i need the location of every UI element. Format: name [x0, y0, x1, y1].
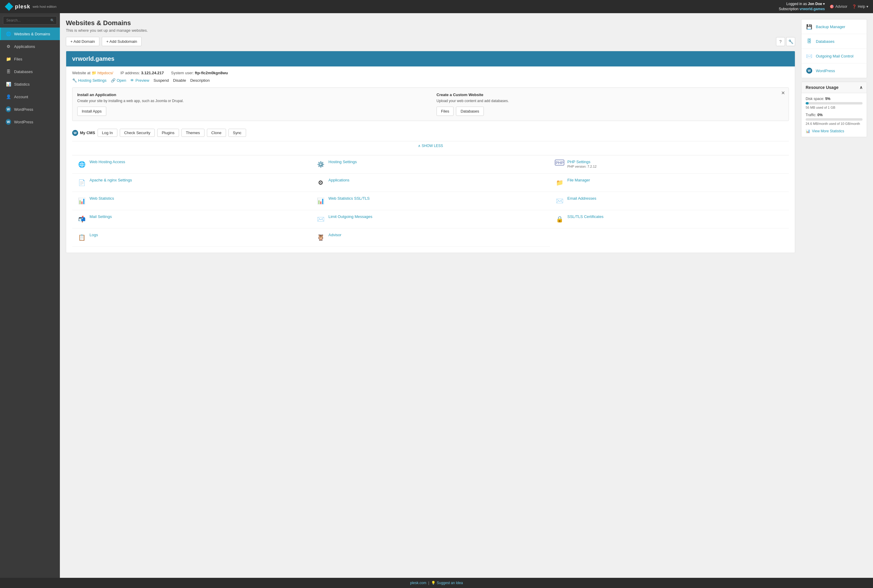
- setup-col-install: Install an Application Create your site …: [77, 93, 424, 116]
- tool-advisor[interactable]: 🦉 Advisor: [311, 228, 550, 247]
- logs-icon: 📋: [77, 232, 87, 242]
- tool-web-statistics-ssl[interactable]: 📊 Web Statistics SSL/TLS: [311, 192, 550, 210]
- tool-apache-nginx[interactable]: 📄 Apache & nginx Settings: [72, 174, 311, 192]
- tool-web-hosting-access[interactable]: 🌐 Web Hosting Access: [72, 155, 311, 174]
- wordpress-right-link[interactable]: W WordPress: [801, 63, 867, 78]
- suggest-idea-link[interactable]: Suggest an Idea: [437, 581, 463, 585]
- tool-web-statistics[interactable]: 📊 Web Statistics: [72, 192, 311, 210]
- preview-link[interactable]: 👁 Preview: [130, 78, 149, 82]
- sidebar-item-wordpress1[interactable]: W WordPress: [0, 103, 60, 116]
- hosting-settings-label: Hosting Settings: [78, 78, 106, 82]
- suspend-link[interactable]: Suspend: [154, 78, 169, 82]
- httpdocs-link[interactable]: httpdocs/: [97, 70, 113, 75]
- domain-name[interactable]: vrworld.games: [72, 56, 114, 62]
- hosting-settings-icon: 🔧: [72, 78, 77, 82]
- cms-login-button[interactable]: Log In: [98, 129, 117, 137]
- sidebar-item-applications[interactable]: ⚙ Applications: [0, 40, 60, 53]
- sidebar-search-wrap: [0, 13, 60, 27]
- databases-button[interactable]: Databases: [456, 106, 483, 116]
- collapse-icon[interactable]: ∧: [860, 85, 862, 90]
- tool-php-settings[interactable]: PHP PHP Settings PHP version: 7.2.12: [550, 155, 789, 174]
- cms-themes-button[interactable]: Themes: [182, 129, 204, 137]
- topnav-user: Logged in as Jon Doe ▾ Subscription vrwo…: [779, 2, 825, 12]
- traffic-progress: [806, 118, 862, 121]
- sidebar-item-statistics[interactable]: 📊 Statistics: [0, 78, 60, 90]
- tool-info: Web Statistics: [90, 196, 306, 201]
- open-link[interactable]: 🔗 Open: [111, 78, 126, 82]
- content-main: Websites & Domains This is where you set…: [66, 19, 795, 253]
- tool-email-addresses[interactable]: ✉️ Email Addresses: [550, 192, 789, 210]
- disk-label: Disk space: 5%: [806, 97, 862, 101]
- install-apps-button[interactable]: Install Apps: [77, 106, 106, 116]
- help-link[interactable]: ❓ Help ▾: [852, 4, 868, 9]
- backup-manager-link[interactable]: 💾 Backup Manager: [801, 20, 867, 34]
- mail-settings-icon: 📬: [77, 214, 87, 224]
- view-more-stats-link[interactable]: 📊 View More Statistics: [806, 129, 862, 133]
- system-user: System user: ftp-flc2m0kgn8wu: [171, 70, 228, 75]
- sidebar-item-label: Account: [14, 94, 28, 99]
- tool-info: Apache & nginx Settings: [90, 178, 306, 182]
- cms-clone-button[interactable]: Clone: [207, 129, 226, 137]
- ssl-icon: 🔒: [555, 214, 564, 224]
- help-icon-btn[interactable]: ?: [776, 37, 785, 46]
- username[interactable]: Jon Doe: [808, 2, 822, 6]
- subscription-domain[interactable]: vrworld.games: [800, 7, 825, 11]
- show-less-bar[interactable]: ∧ SHOW LESS: [72, 141, 789, 150]
- cms-name: My CMS: [80, 130, 95, 135]
- hosting-settings-link[interactable]: 🔧 Hosting Settings: [72, 78, 106, 82]
- websites-icon: 🌐: [6, 31, 11, 36]
- disable-link[interactable]: Disable: [173, 78, 186, 82]
- plesk-edition: web host edition: [33, 5, 57, 8]
- website-label: Website at 📁 httpdocs/: [72, 70, 113, 75]
- backup-label: Backup Manager: [816, 24, 845, 29]
- domain-body: Website at 📁 httpdocs/ IP address: 3.121…: [66, 66, 795, 253]
- limit-outgoing-icon: ✉️: [316, 214, 326, 224]
- help-caret: ▾: [866, 4, 868, 9]
- footer: plesk.com | 💡 Suggest an Idea: [0, 578, 873, 588]
- tool-limit-outgoing[interactable]: ✉️ Limit Outgoing Messages: [311, 210, 550, 228]
- search-input[interactable]: [3, 16, 57, 24]
- account-icon: 👤: [6, 94, 11, 99]
- files-button[interactable]: Files: [436, 106, 454, 116]
- tool-file-manager[interactable]: 📁 File Manager: [550, 174, 789, 192]
- description-link[interactable]: Description: [190, 78, 210, 82]
- backup-icon: 💾: [806, 23, 813, 30]
- plesk-brand-text: plesk: [15, 4, 30, 10]
- sidebar-item-wordpress2[interactable]: W WordPress: [0, 116, 60, 128]
- plesk-domain-link[interactable]: plesk.com: [410, 581, 426, 585]
- tool-applications[interactable]: ⚙ Applications: [311, 174, 550, 192]
- tool-info: Web Hosting Access: [90, 160, 306, 164]
- tool-mail-settings[interactable]: 📬 Mail Settings: [72, 210, 311, 228]
- footer-idea-icon: 💡: [431, 581, 436, 585]
- cms-check-security-button[interactable]: Check Security: [120, 129, 155, 137]
- plesk-icon: [5, 2, 13, 11]
- databases-icon: 🗄: [6, 69, 11, 74]
- wp2-icon: W: [6, 119, 11, 124]
- sidebar-item-databases[interactable]: 🗄 Databases: [0, 65, 60, 78]
- tool-name: PHP Settings: [567, 160, 784, 164]
- settings-icon-btn[interactable]: 🔧: [786, 37, 795, 46]
- sidebar-item-label: Statistics: [14, 82, 30, 87]
- add-domain-button[interactable]: + Add Domain: [66, 37, 99, 46]
- install-title: Install an Application: [77, 93, 424, 97]
- tool-name: Apache & nginx Settings: [90, 178, 306, 182]
- sidebar-item-files[interactable]: 📁 Files: [0, 53, 60, 65]
- sidebar-item-account[interactable]: 👤 Account: [0, 90, 60, 103]
- tool-name: File Manager: [567, 178, 784, 182]
- cms-plugins-button[interactable]: Plugins: [157, 129, 179, 137]
- search-wrap: [3, 16, 57, 24]
- tool-info: File Manager: [567, 178, 784, 182]
- sidebar-item-websites-domains[interactable]: 🌐 Websites & Domains: [0, 27, 60, 40]
- tool-logs[interactable]: 📋 Logs: [72, 228, 311, 247]
- ip-address: IP address: 3.121.24.217: [120, 70, 164, 75]
- databases-right-link[interactable]: 🗄 Databases: [801, 34, 867, 49]
- setup-close-button[interactable]: ✕: [781, 91, 785, 96]
- advisor-icon: 🎯: [830, 4, 834, 9]
- outgoing-mail-link[interactable]: ✉️ Outgoing Mail Control: [801, 49, 867, 63]
- tool-ssl-tls[interactable]: 🔒 SSL/TLS Certificates: [550, 210, 789, 228]
- cms-sync-button[interactable]: Sync: [228, 129, 246, 137]
- add-subdomain-button[interactable]: + Add Subdomain: [102, 37, 142, 46]
- tool-hosting-settings[interactable]: ⚙️ Hosting Settings: [311, 155, 550, 174]
- advisor-link[interactable]: 🎯 Advisor: [830, 4, 847, 9]
- tool-info: Web Statistics SSL/TLS: [328, 196, 545, 201]
